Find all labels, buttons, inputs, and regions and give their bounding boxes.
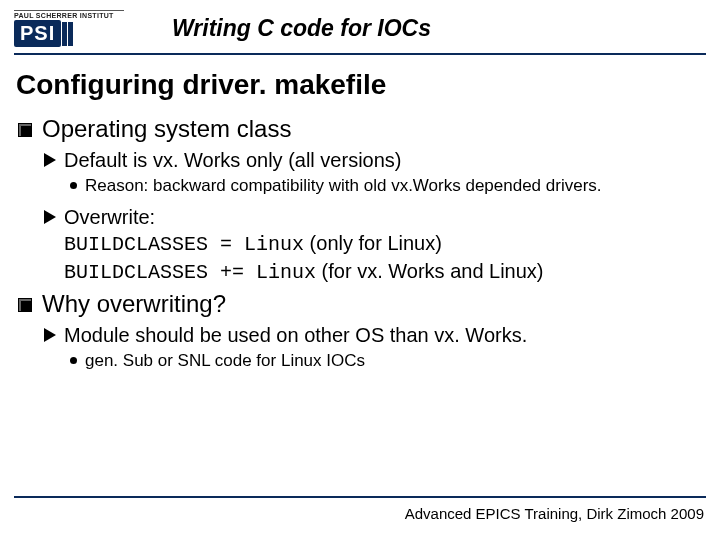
psi-logo: PAUL SCHERRER INSTITUT PSI	[14, 10, 124, 47]
triangle-bullet-icon	[44, 210, 56, 224]
triangle-bullet-icon	[44, 153, 56, 167]
page-title: Writing C code for IOCs	[142, 15, 706, 42]
section-why-overwriting: Why overwriting?	[16, 290, 704, 318]
footer-text: Advanced EPICS Training, Dirk Zimoch 200…	[405, 505, 704, 522]
bullet-default-vxworks: Default is vx. Works only (all versions)	[44, 147, 704, 173]
bullet-other-os: Module should be used on other OS than v…	[44, 322, 704, 348]
bullet-overwrite: Overwrite: BUILDCLASSES = Linux (only fo…	[44, 204, 704, 286]
section-title: Why overwriting?	[42, 290, 226, 318]
psi-text: PSI	[14, 20, 61, 47]
footer-rule	[14, 496, 706, 498]
section-title: Operating system class	[42, 115, 291, 143]
logo-mark-icon: PSI	[14, 20, 124, 47]
square-bullet-icon	[18, 123, 32, 137]
subbullet-gensub-snl: gen. Sub or SNL code for Linux IOCs	[70, 350, 704, 373]
triangle-bullet-icon	[44, 328, 56, 342]
code-buildclasses-pluseq: BUILDCLASSES += Linux	[64, 261, 316, 284]
section-os-class: Operating system class	[16, 115, 704, 143]
code-buildclasses-eq: BUILDCLASSES = Linux	[64, 233, 304, 256]
slide-header: PAUL SCHERRER INSTITUT PSI Writing C cod…	[0, 0, 720, 51]
subbullet-text: Reason: backward compatibility with old …	[85, 175, 602, 198]
bullet-text: Module should be used on other OS than v…	[64, 322, 527, 348]
slide-body: Configuring driver. makefile Operating s…	[0, 55, 720, 373]
logo-overline: PAUL SCHERRER INSTITUT	[14, 10, 124, 19]
square-bullet-icon	[18, 298, 32, 312]
slide-heading: Configuring driver. makefile	[16, 69, 704, 101]
code-note-linux-only: (only for Linux)	[304, 232, 442, 254]
dot-bullet-icon	[70, 182, 77, 189]
subbullet-reason: Reason: backward compatibility with old …	[70, 175, 704, 198]
bullet-text: Overwrite: BUILDCLASSES = Linux (only fo…	[64, 204, 544, 286]
code-note-vxworks-linux: (for vx. Works and Linux)	[316, 260, 543, 282]
dot-bullet-icon	[70, 357, 77, 364]
overwrite-lead: Overwrite:	[64, 206, 155, 228]
psi-bars-icon	[62, 22, 73, 46]
bullet-text: Default is vx. Works only (all versions)	[64, 147, 402, 173]
subbullet-text: gen. Sub or SNL code for Linux IOCs	[85, 350, 365, 373]
